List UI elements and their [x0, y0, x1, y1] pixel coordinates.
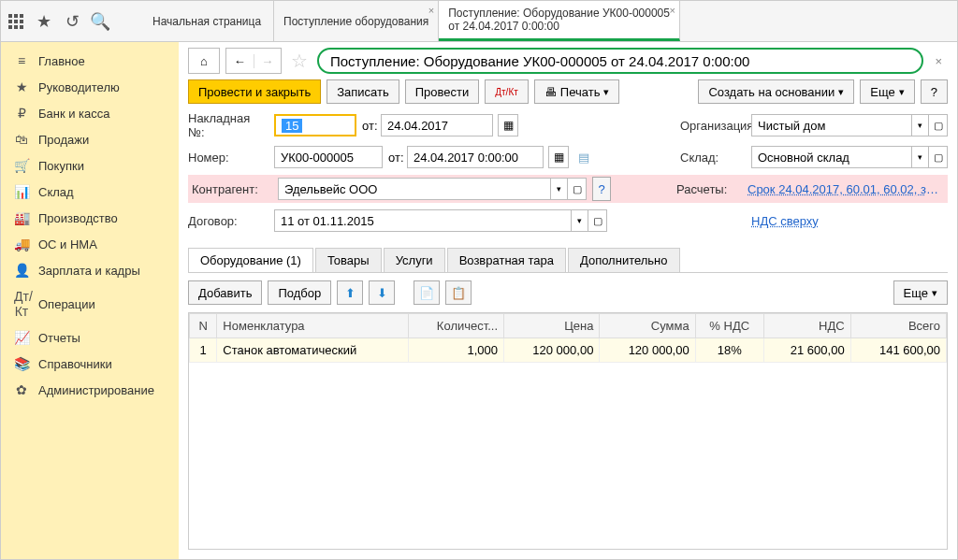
- vat-link[interactable]: НДС сверху: [751, 214, 948, 228]
- org-label: Организация:: [661, 119, 746, 133]
- column-header[interactable]: Цена: [504, 314, 600, 338]
- move-down-icon[interactable]: ⬇: [369, 280, 395, 305]
- back-icon[interactable]: ←: [226, 54, 254, 68]
- save-button[interactable]: Записать: [327, 79, 399, 104]
- settlements-link[interactable]: Срок 24.04.2017, 60.01, 60.02, зачет ...: [748, 182, 944, 196]
- copy-icon[interactable]: 📄: [414, 280, 440, 305]
- star-icon[interactable]: ☆: [287, 50, 312, 72]
- sidebar-item[interactable]: 🛒Покупки: [1, 152, 179, 179]
- post-close-button[interactable]: Провести и закрыть: [188, 79, 321, 104]
- column-header[interactable]: Количест...: [408, 314, 504, 338]
- add-button[interactable]: Добавить: [188, 280, 262, 305]
- post-button[interactable]: Провести: [405, 79, 480, 104]
- column-header[interactable]: Всего: [850, 314, 946, 338]
- sidebar-item[interactable]: Дт/КтОперации: [1, 283, 179, 324]
- sidebar-item[interactable]: 🏭Производство: [1, 205, 179, 231]
- sidebar-label: Главное: [38, 54, 85, 68]
- doc-icon[interactable]: ▤: [574, 151, 589, 165]
- settlements-label: Расчеты:: [658, 182, 742, 196]
- history-icon[interactable]: ↺: [61, 10, 83, 33]
- forward-icon: →: [254, 54, 282, 68]
- search-icon[interactable]: 🔍: [89, 10, 111, 33]
- sidebar-label: Справочники: [38, 357, 112, 371]
- counterparty-input[interactable]: Эдельвейс ООО: [278, 178, 551, 200]
- org-input[interactable]: Чистый дом: [751, 114, 912, 136]
- number-input[interactable]: УК00-000005: [274, 146, 383, 168]
- contract-label: Договор:: [188, 214, 269, 228]
- sub-more-button[interactable]: Еще ▾: [893, 280, 948, 305]
- open-icon[interactable]: ▢: [588, 209, 607, 232]
- chevron-down-icon[interactable]: ▾: [912, 114, 929, 136]
- open-icon[interactable]: ▢: [929, 114, 948, 136]
- sidebar-label: Покупки: [38, 159, 84, 173]
- nav-arrows[interactable]: ←→: [225, 48, 282, 74]
- calendar-icon-2[interactable]: ▦: [548, 146, 569, 168]
- sidebar-item[interactable]: 👤Зарплата и кадры: [1, 257, 179, 283]
- top-tab[interactable]: Начальная страница: [143, 1, 274, 41]
- favorites-icon[interactable]: ★: [33, 10, 55, 33]
- tab-close-icon[interactable]: ×: [670, 5, 675, 16]
- items-table[interactable]: NНоменклатураКоличест...ЦенаСумма% НДСНД…: [188, 312, 948, 550]
- sidebar-label: Руководителю: [38, 80, 120, 94]
- doc-tab[interactable]: Возвратная тара: [447, 248, 566, 272]
- sidebar-item[interactable]: 📊Склад: [1, 179, 179, 205]
- top-tab[interactable]: Поступление оборудования×: [274, 1, 439, 41]
- create-based-button[interactable]: Создать на основании ▾: [698, 79, 854, 104]
- sidebar-item[interactable]: 📚Справочники: [1, 351, 179, 377]
- more-button[interactable]: Еще ▾: [860, 79, 914, 104]
- move-up-icon[interactable]: ⬆: [337, 280, 363, 305]
- chevron-down-icon[interactable]: ▾: [572, 209, 588, 232]
- invoice-date-input[interactable]: 24.04.2017: [381, 114, 493, 136]
- column-header[interactable]: N: [190, 314, 217, 338]
- sidebar-item[interactable]: 📈Отчеты: [1, 324, 179, 351]
- help-button[interactable]: ?: [921, 79, 948, 104]
- tab-close-icon[interactable]: ×: [428, 5, 434, 16]
- sidebar-icon: 📊: [14, 184, 29, 199]
- column-header[interactable]: НДС: [763, 314, 850, 338]
- doc-tab[interactable]: Дополнительно: [568, 248, 680, 272]
- paste-icon[interactable]: 📋: [445, 280, 472, 305]
- top-tab[interactable]: Поступление: Оборудование УК00-000005от …: [439, 1, 680, 41]
- counterparty-help-button[interactable]: ?: [592, 177, 611, 201]
- calendar-icon[interactable]: ▦: [498, 114, 518, 136]
- home-button[interactable]: ⌂: [188, 48, 220, 74]
- chevron-down-icon[interactable]: ▾: [551, 178, 568, 200]
- warehouse-label: Склад:: [661, 151, 746, 165]
- column-header[interactable]: Сумма: [600, 314, 695, 338]
- doc-tab[interactable]: Услуги: [384, 248, 445, 272]
- sidebar-item[interactable]: 🚚ОС и НМА: [1, 231, 179, 257]
- number-date-input[interactable]: 24.04.2017 0:00:00: [407, 146, 544, 168]
- sidebar-item[interactable]: ✿Администрирование: [1, 377, 179, 403]
- invoice-no-label: Накладная №:: [188, 111, 269, 139]
- from-label-2: от:: [388, 151, 401, 165]
- from-label-1: от:: [362, 119, 375, 133]
- sidebar-item[interactable]: 🛍Продажи: [1, 126, 179, 152]
- contract-input[interactable]: 11 от 01.11.2015: [274, 209, 572, 232]
- table-row[interactable]: 1Станок автоматический1,000120 000,00120…: [190, 338, 947, 363]
- sidebar-label: Отчеты: [38, 331, 80, 345]
- column-header[interactable]: % НДС: [695, 314, 763, 338]
- sidebar-item[interactable]: ₽Банк и касса: [1, 100, 179, 126]
- warehouse-input[interactable]: Основной склад: [751, 146, 912, 168]
- invoice-no-input[interactable]: 15: [274, 114, 356, 136]
- sidebar-label: Продажи: [38, 133, 89, 147]
- column-header[interactable]: Номенклатура: [217, 314, 408, 338]
- doc-tab[interactable]: Оборудование (1): [188, 248, 313, 272]
- sidebar-icon: 🛍: [14, 132, 29, 147]
- open-icon[interactable]: ▢: [929, 146, 948, 168]
- sidebar-label: Склад: [38, 185, 74, 199]
- sidebar-label: Зарплата и кадры: [38, 264, 140, 278]
- sidebar-label: Администрирование: [38, 383, 154, 397]
- close-icon[interactable]: ×: [929, 54, 948, 68]
- chevron-down-icon[interactable]: ▾: [912, 146, 929, 168]
- sidebar-item[interactable]: ≡Главное: [1, 48, 179, 74]
- doc-tab[interactable]: Товары: [315, 248, 382, 272]
- sidebar-icon: 📈: [14, 330, 29, 345]
- open-icon[interactable]: ▢: [568, 178, 587, 200]
- sidebar-item[interactable]: ★Руководителю: [1, 74, 179, 100]
- counterparty-label: Контрагент:: [192, 182, 272, 196]
- print-button[interactable]: 🖶 Печать ▾: [534, 79, 620, 104]
- dtkt-button[interactable]: Дт/Кт: [485, 79, 529, 104]
- pick-button[interactable]: Подбор: [268, 280, 331, 305]
- apps-icon[interactable]: [5, 10, 27, 33]
